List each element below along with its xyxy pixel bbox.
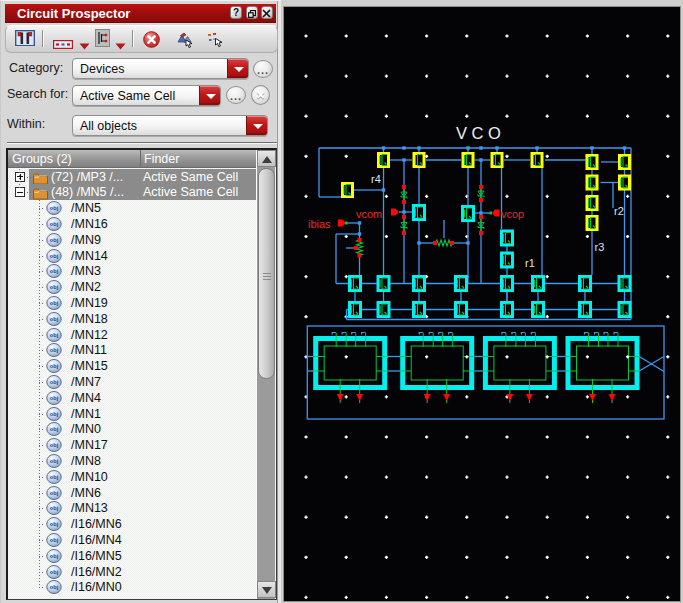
tree-item[interactable]: obj/MN2 xyxy=(8,279,256,295)
schematic-device-selected[interactable] xyxy=(587,217,597,230)
restore-button[interactable] xyxy=(246,6,258,19)
schematic-device-selected[interactable] xyxy=(587,156,597,169)
help-button[interactable]: ? xyxy=(230,6,242,19)
transistor-menu-arrow[interactable] xyxy=(115,36,126,54)
tree-item[interactable]: obj/I16/MN4 xyxy=(8,532,256,548)
schematic-device-selected[interactable] xyxy=(379,154,389,167)
schematic-device[interactable] xyxy=(414,277,425,291)
search-for-combo[interactable]: Active Same Cell xyxy=(72,85,221,106)
schematic-device[interactable] xyxy=(414,303,425,317)
schematic-device-selected[interactable] xyxy=(463,154,473,167)
tree-item[interactable]: obj/MN16 xyxy=(8,216,256,232)
schematic-device[interactable] xyxy=(463,207,474,221)
tree-item[interactable]: obj/MN7 xyxy=(8,374,256,390)
tree-item[interactable]: obj/I16/MN2 xyxy=(8,564,256,580)
schematic-device[interactable] xyxy=(580,303,591,317)
category-combo[interactable]: Devices xyxy=(72,58,249,79)
tree-item[interactable]: obj/MN12 xyxy=(8,327,256,343)
thumb-grip xyxy=(263,273,271,282)
tree-item[interactable]: obj/I16/MN6 xyxy=(8,516,256,532)
obj-icon: obj xyxy=(46,517,62,531)
tree-item[interactable]: obj/MN11 xyxy=(8,342,256,358)
tree-item[interactable]: obj/MN1 xyxy=(8,406,256,422)
scrollbar-thumb[interactable] xyxy=(258,168,275,379)
schematic-device[interactable] xyxy=(414,206,425,220)
schematic-device[interactable] xyxy=(350,303,361,317)
schematic-device-selected[interactable] xyxy=(343,184,353,197)
scroll-down-button[interactable] xyxy=(257,581,276,598)
tree-item[interactable]: obj/MN0 xyxy=(8,421,256,437)
schematic-canvas[interactable]: VCOibiasvcomvcopr4r1r2r3 xyxy=(280,0,683,603)
expand-icon[interactable] xyxy=(15,172,25,182)
schematic-device[interactable] xyxy=(456,277,467,291)
tree-item[interactable]: obj/MN15 xyxy=(8,358,256,374)
search-clear-button[interactable]: ✕ xyxy=(251,85,270,105)
connection-dot xyxy=(479,198,483,202)
groups-column-label: Groups (2) xyxy=(12,152,72,166)
schematic-device[interactable] xyxy=(619,277,630,291)
column-header-finder[interactable]: Finder xyxy=(140,150,256,168)
tree-item[interactable]: obj/MN17 xyxy=(8,437,256,453)
schematic-device[interactable] xyxy=(502,231,513,245)
schematic-device[interactable] xyxy=(502,277,513,291)
tree-item[interactable]: obj/MN13 xyxy=(8,500,256,516)
obj-icon: obj xyxy=(46,438,62,452)
tree-item[interactable]: obj/I16/MN5 xyxy=(8,548,256,564)
schematic-device-selected[interactable] xyxy=(587,176,597,189)
probe-area-icon[interactable] xyxy=(177,31,194,52)
item-label: /MN1 xyxy=(71,407,101,421)
tree-item[interactable]: obj/MN5 xyxy=(8,200,256,216)
tree-item[interactable]: obj/MN19 xyxy=(8,295,256,311)
schematic-device-selected[interactable] xyxy=(620,176,630,189)
schematic-device[interactable] xyxy=(378,303,389,317)
transistor-icon[interactable] xyxy=(95,29,110,51)
schematic-device[interactable] xyxy=(619,303,630,317)
tree-item[interactable]: obj/MN6 xyxy=(8,485,256,501)
tree-item[interactable]: obj/MN10 xyxy=(8,469,256,485)
tree-item[interactable]: obj/MN9 xyxy=(8,232,256,248)
schematic-device[interactable] xyxy=(533,303,544,317)
tree-item[interactable]: obj/MN14 xyxy=(8,248,256,264)
vertical-scrollbar[interactable] xyxy=(256,150,275,599)
close-button[interactable] xyxy=(261,6,273,19)
schematic-device[interactable] xyxy=(502,253,513,267)
tree-item[interactable]: obj/MN8 xyxy=(8,453,256,469)
within-dropdown-button[interactable] xyxy=(246,116,267,135)
category-more-button[interactable]: ... xyxy=(253,60,273,78)
schematic-device-selected[interactable] xyxy=(620,156,630,169)
schematic-device[interactable] xyxy=(502,303,513,317)
collapse-icon[interactable] xyxy=(15,187,25,197)
instance-label: r3 xyxy=(595,241,605,253)
schematic-device[interactable] xyxy=(350,277,361,291)
tree-item[interactable]: obj/I16/MN0 xyxy=(8,579,256,595)
net-label: ibias xyxy=(308,218,331,230)
net-strip-icon[interactable] xyxy=(53,35,73,53)
schematic-device-selected[interactable] xyxy=(587,197,597,210)
probe-pair-icon[interactable] xyxy=(15,30,35,50)
window-title: Circuit Prospector xyxy=(17,6,130,21)
net-strip-menu-arrow[interactable] xyxy=(79,36,90,54)
within-combo[interactable]: All objects xyxy=(72,115,268,136)
abort-icon[interactable] xyxy=(143,31,160,52)
connection-dot xyxy=(354,246,358,250)
tree-group-row[interactable]: (48) /MN5 /...Active Same Cell xyxy=(8,184,256,200)
tree-group-row[interactable]: (72) /MP3 /...Active Same Cell xyxy=(8,169,256,185)
scroll-up-button[interactable] xyxy=(257,150,276,167)
schematic-device[interactable] xyxy=(378,277,389,291)
schematic-device[interactable] xyxy=(533,277,544,291)
obj-icon: obj xyxy=(46,280,62,294)
net-label: vcop xyxy=(501,208,524,220)
search-more-button[interactable]: ... xyxy=(226,86,246,104)
column-header-groups[interactable]: Groups (2) xyxy=(8,150,140,168)
category-dropdown-button[interactable] xyxy=(227,59,248,78)
schematic-device[interactable] xyxy=(580,277,591,291)
schematic-device-selected[interactable] xyxy=(532,154,542,167)
schematic-device[interactable] xyxy=(456,303,467,317)
tree-item[interactable]: obj/MN4 xyxy=(8,390,256,406)
tree-item[interactable]: obj/MN18 xyxy=(8,311,256,327)
schematic-device-selected[interactable] xyxy=(414,154,424,167)
tree-item[interactable]: obj/MN3 xyxy=(8,263,256,279)
probe-point-icon[interactable] xyxy=(207,32,224,51)
schematic-device-selected[interactable] xyxy=(492,154,502,167)
search-for-dropdown-button[interactable] xyxy=(199,86,220,105)
